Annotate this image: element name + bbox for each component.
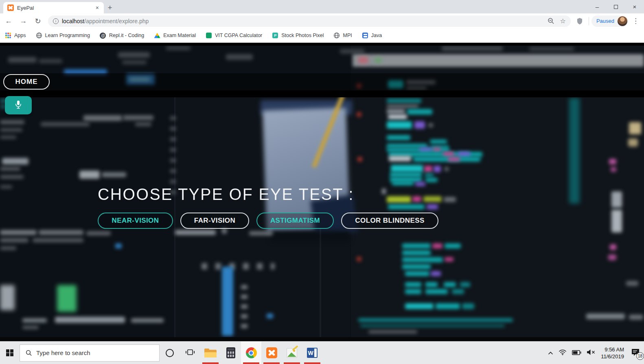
bookmark-replit[interactable]: @ Repl.it - Coding xyxy=(100,32,144,39)
back-button[interactable]: ← xyxy=(2,15,15,27)
page-url: localhost/appointment/explore.php xyxy=(62,18,149,24)
color-blindness-button[interactable]: COLOR BLINDNESS xyxy=(341,213,438,229)
wifi-icon[interactable] xyxy=(559,349,567,357)
sync-paused-pill[interactable]: Paused xyxy=(591,15,628,27)
bookmark-label: Apps xyxy=(14,33,26,38)
search-icon xyxy=(26,350,32,356)
taskbar-search-box[interactable] xyxy=(20,344,160,362)
word-icon: W xyxy=(307,348,318,358)
apps-grid-icon xyxy=(5,32,11,39)
sync-status-label: Paused xyxy=(596,18,614,24)
window-minimize-button[interactable]: – xyxy=(588,0,607,13)
task-view-icon xyxy=(186,349,195,357)
system-tray: 9:56 AM 11/6/2019 18 xyxy=(548,342,642,364)
bookmark-label: MPI xyxy=(343,33,352,38)
tray-chevron-icon[interactable] xyxy=(548,349,553,357)
black-band xyxy=(0,90,644,97)
taskbar-search-input[interactable] xyxy=(36,349,142,356)
voice-search-button[interactable] xyxy=(5,96,32,114)
cortana-icon xyxy=(166,349,174,357)
astigmatism-button[interactable]: ASTIGMATISM xyxy=(256,213,334,229)
forward-button[interactable]: → xyxy=(17,15,29,27)
task-view-button[interactable] xyxy=(180,342,200,364)
top-black-strip xyxy=(0,43,644,46)
near-vision-button[interactable]: NEAR-VISION xyxy=(98,213,173,229)
screen: EyePal × + – × ← → ↻ i localhost/appoint… xyxy=(0,0,644,364)
new-tab-button[interactable]: + xyxy=(104,2,116,13)
toolbar-divider xyxy=(589,17,589,25)
start-button[interactable] xyxy=(0,342,20,364)
globe-icon xyxy=(333,32,340,39)
window-controls: – × xyxy=(588,0,644,13)
xampp-button[interactable] xyxy=(261,342,282,364)
clock-date: 11/6/2019 xyxy=(601,353,624,360)
battery-icon[interactable] xyxy=(572,349,581,357)
zoom-out-icon[interactable] xyxy=(548,18,554,24)
file-explorer-button[interactable] xyxy=(200,342,221,364)
nav-band xyxy=(0,73,644,90)
word-button[interactable]: W xyxy=(302,342,322,364)
xampp-favicon-icon xyxy=(7,4,14,11)
windows-logo-icon xyxy=(6,349,13,357)
browser-toolbar: ← → ↻ i localhost/appointment/explore.ph… xyxy=(0,13,644,29)
far-vision-button[interactable]: FAR-VISION xyxy=(180,213,249,229)
bookmark-label: Exam Material xyxy=(163,33,196,38)
window-maximize-button[interactable] xyxy=(607,0,625,13)
green-square-icon xyxy=(206,32,212,39)
java-table-icon xyxy=(362,32,368,39)
bookmarks-bar: Apps Learn Programming @ Repl.it - Codin… xyxy=(0,29,644,43)
url-path: /appointment/explore.php xyxy=(84,18,149,24)
taskbar-clock[interactable]: 9:56 AM 11/6/2019 xyxy=(601,346,624,360)
bottom-dark-strip xyxy=(0,337,644,341)
calculator-button[interactable] xyxy=(221,342,241,364)
calculator-icon xyxy=(226,347,235,358)
volume-muted-icon[interactable] xyxy=(587,349,596,357)
globe-icon xyxy=(36,32,42,39)
clock-time: 9:56 AM xyxy=(601,346,624,353)
page-content: HOME CHOOSE TYPE OF EYE TEST : NEAR-VISI… xyxy=(0,43,644,341)
bookmark-label: Learn Programming xyxy=(45,33,90,38)
browser-menu-icon[interactable]: ⋮ xyxy=(632,17,639,25)
file-explorer-icon xyxy=(204,349,217,357)
photos-icon xyxy=(287,348,297,358)
bookmark-vit-cgpa[interactable]: VIT CGPA Calculator xyxy=(206,32,262,39)
bookmark-exam-material[interactable]: Exam Material xyxy=(154,32,196,39)
xampp-icon xyxy=(266,347,277,358)
tab-title: EyePal xyxy=(17,5,95,11)
google-drive-icon xyxy=(154,32,160,39)
tab-eyepal[interactable]: EyePal × xyxy=(3,2,104,13)
pixel-p-icon: P xyxy=(272,32,278,39)
home-button[interactable]: HOME xyxy=(3,74,50,90)
test-buttons-row: NEAR-VISION FAR-VISION ASTIGMATISM COLOR… xyxy=(98,213,438,229)
windows-taskbar: W 9:56 AM 11/6/2019 18 xyxy=(0,341,644,364)
maximize-icon xyxy=(614,5,618,9)
bookmark-stock-photos[interactable]: P Stock Photos Pixel xyxy=(272,32,324,39)
photos-button[interactable] xyxy=(282,342,302,364)
page-title: CHOOSE TYPE OF EYE TEST : xyxy=(98,185,354,204)
window-close-button[interactable]: × xyxy=(625,0,644,13)
bookmark-label: Repl.it - Coding xyxy=(109,33,144,38)
bookmark-label: VIT CGPA Calculator xyxy=(215,33,262,38)
site-info-icon[interactable]: i xyxy=(53,18,59,24)
chrome-button[interactable] xyxy=(241,342,261,364)
browser-tab-bar: EyePal × + – × xyxy=(0,0,644,13)
bookmark-java[interactable]: Java xyxy=(362,32,382,39)
tab-close-icon[interactable]: × xyxy=(95,4,100,11)
bookmark-star-icon[interactable]: ☆ xyxy=(560,17,566,25)
address-bar[interactable]: i localhost/appointment/explore.php ☆ xyxy=(48,15,571,27)
bookmark-apps[interactable]: Apps xyxy=(5,32,26,39)
cortana-button[interactable] xyxy=(160,342,180,364)
bookmark-label: Java xyxy=(371,33,382,38)
replit-icon: @ xyxy=(100,32,106,39)
profile-avatar[interactable] xyxy=(618,16,627,26)
bookmark-mpi[interactable]: MPI xyxy=(333,32,352,39)
extension-shield-icon[interactable] xyxy=(576,18,583,25)
bookmark-label: Stock Photos Pixel xyxy=(281,33,324,38)
microphone-icon xyxy=(15,100,22,111)
bookmark-learn-programming[interactable]: Learn Programming xyxy=(36,32,90,39)
notification-badge: 18 xyxy=(636,352,644,360)
reload-button[interactable]: ↻ xyxy=(32,15,44,27)
action-center-button[interactable]: 18 xyxy=(629,347,642,359)
chrome-icon xyxy=(246,347,257,358)
url-host: localhost xyxy=(62,18,84,24)
